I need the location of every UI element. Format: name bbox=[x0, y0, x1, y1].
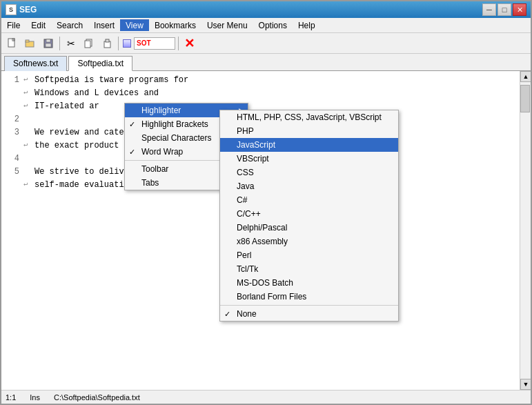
menu-view[interactable]: View bbox=[120, 19, 149, 31]
status-position: 1:1 bbox=[6, 393, 16, 402]
tabs-bar: Softnews.txt Softpedia.txt bbox=[1, 54, 531, 71]
maximize-button[interactable]: □ bbox=[497, 3, 511, 16]
menu-search[interactable]: Search bbox=[51, 19, 88, 31]
window-title: SEG bbox=[19, 5, 37, 14]
svg-rect-3 bbox=[26, 40, 29, 42]
main-window: S SEG ─ □ ✕ File Edit Search Insert View… bbox=[0, 0, 532, 405]
highlight-perl[interactable]: Perl bbox=[220, 248, 398, 262]
minimize-button[interactable]: ─ bbox=[482, 3, 496, 16]
menu-bookmarks[interactable]: Bookmarks bbox=[149, 19, 201, 31]
highlight-tcltk[interactable]: Tcl/Tk bbox=[220, 262, 398, 276]
highlighter-submenu: HTML, PHP, CSS, JavaScript, VBScript PHP… bbox=[219, 110, 399, 322]
sot-display: SOT bbox=[134, 37, 175, 50]
copy-button[interactable] bbox=[81, 35, 97, 52]
table-row: 1 ↵ Softpedia is tware programs for bbox=[6, 74, 515, 86]
toolbar-sep-2 bbox=[118, 37, 119, 50]
status-mode: Ins bbox=[30, 393, 40, 402]
highlight-none[interactable]: None bbox=[220, 307, 398, 321]
status-file: C:\Softpedia\Softpedia.txt bbox=[54, 393, 140, 402]
scroll-down-button[interactable]: ▼ bbox=[520, 379, 531, 390]
toolbar-sep-3 bbox=[178, 37, 179, 50]
svg-rect-8 bbox=[85, 41, 90, 48]
title-bar: S SEG ─ □ ✕ bbox=[1, 1, 531, 18]
paste-button[interactable] bbox=[99, 35, 115, 52]
toolbar-sep-1 bbox=[59, 37, 60, 50]
title-buttons: ─ □ ✕ bbox=[482, 3, 526, 16]
scroll-track[interactable] bbox=[520, 82, 531, 379]
close-red-button[interactable]: ✕ bbox=[181, 36, 197, 51]
menu-insert[interactable]: Insert bbox=[88, 19, 120, 31]
svg-rect-6 bbox=[46, 43, 51, 47]
tab-softpedia[interactable]: Softpedia.txt bbox=[68, 56, 132, 71]
new-button[interactable] bbox=[4, 35, 21, 52]
highlight-vbscript[interactable]: VBScript bbox=[220, 152, 398, 166]
highlight-csharp[interactable]: C# bbox=[220, 193, 398, 207]
vertical-scrollbar[interactable]: ▲ ▼ bbox=[520, 71, 531, 390]
svg-rect-10 bbox=[106, 39, 109, 42]
menu-usermenu[interactable]: User Menu bbox=[201, 19, 253, 31]
app-icon: S bbox=[6, 4, 17, 15]
table-row: ↵ Windows and L devices and bbox=[6, 87, 515, 99]
scroll-up-button[interactable]: ▲ bbox=[520, 71, 531, 82]
highlighter-menu-sep bbox=[220, 305, 398, 306]
highlight-borland[interactable]: Borland Form Files bbox=[220, 290, 398, 304]
status-bar: 1:1 Ins C:\Softpedia\Softpedia.txt bbox=[1, 390, 531, 404]
highlight-css[interactable]: CSS bbox=[220, 166, 398, 179]
highlight-btn[interactable] bbox=[123, 39, 131, 48]
highlight-cpp[interactable]: C/C++ bbox=[220, 207, 398, 221]
highlight-html-php[interactable]: HTML, PHP, CSS, JavaScript, VBScript bbox=[220, 110, 398, 124]
highlight-msdos[interactable]: MS-DOS Batch bbox=[220, 276, 398, 290]
close-button[interactable]: ✕ bbox=[513, 3, 526, 16]
menu-help[interactable]: Help bbox=[293, 19, 321, 31]
toolbar: ✂ SOT ✕ bbox=[1, 33, 531, 54]
highlight-javascript[interactable]: JavaScript bbox=[220, 138, 398, 152]
svg-rect-5 bbox=[46, 39, 50, 42]
highlight-x86[interactable]: x86 Assembly bbox=[220, 235, 398, 248]
highlight-java[interactable]: Java bbox=[220, 179, 398, 193]
title-bar-left: S SEG bbox=[6, 4, 37, 15]
open-button[interactable] bbox=[22, 35, 39, 52]
cut-button[interactable]: ✂ bbox=[63, 35, 79, 52]
menu-options[interactable]: Options bbox=[253, 19, 293, 31]
tab-softnews[interactable]: Softnews.txt bbox=[4, 56, 67, 71]
menu-edit[interactable]: Edit bbox=[26, 19, 51, 31]
menubar: File Edit Search Insert View Bookmarks U… bbox=[1, 18, 531, 33]
scroll-thumb[interactable] bbox=[520, 85, 530, 112]
save-button[interactable] bbox=[40, 35, 57, 52]
highlight-php[interactable]: PHP bbox=[220, 124, 398, 138]
highlight-delphi[interactable]: Delphi/Pascal bbox=[220, 221, 398, 235]
menu-file[interactable]: File bbox=[1, 19, 26, 31]
